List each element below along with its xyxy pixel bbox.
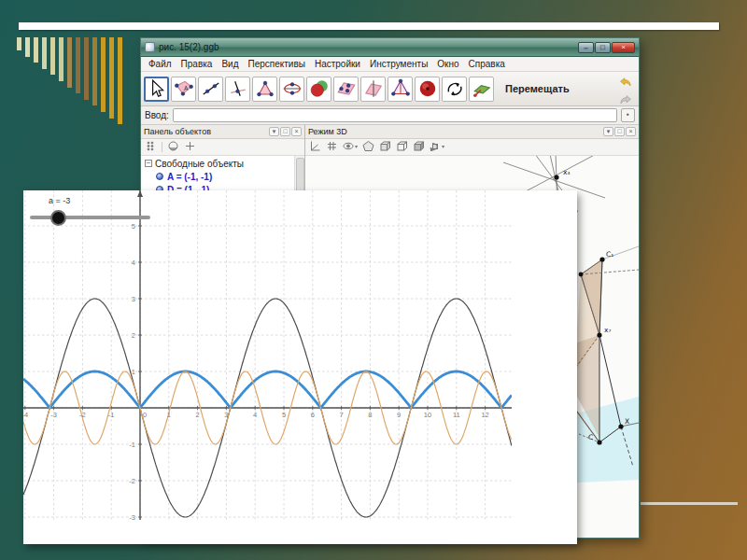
view3d-panel-title: Режим 3D	[308, 126, 602, 138]
window-controls: – □ ×	[578, 42, 635, 53]
svg-text:11: 11	[453, 411, 460, 419]
intersect-two-surfaces-tool[interactable]	[306, 77, 331, 102]
svg-text:2: 2	[196, 411, 200, 419]
geogebra-app-icon	[145, 42, 155, 52]
svg-text:5: 5	[132, 222, 135, 231]
svg-text:-2: -2	[79, 411, 86, 419]
input-help-button[interactable]: ▪	[621, 108, 635, 122]
decor-bar	[109, 37, 114, 119]
svg-text:-3: -3	[50, 411, 57, 419]
svg-text:5: 5	[282, 411, 286, 419]
slider-track[interactable]	[30, 216, 150, 219]
menu-item-4[interactable]: Перспективы	[243, 58, 309, 71]
decor-bar	[17, 37, 21, 50]
tree-item-label: A = (-1, -1)	[167, 172, 212, 182]
plane-through-points-tool[interactable]	[333, 77, 359, 102]
redo-icon[interactable]	[616, 91, 635, 107]
decor-bar	[50, 37, 55, 75]
move-tool[interactable]	[144, 77, 169, 102]
svg-text:A: A	[184, 85, 189, 91]
decor-bar	[25, 37, 30, 57]
svg-text:x₇: x₇	[604, 326, 611, 334]
slider-label: a = -3	[49, 196, 70, 205]
point-on-object-tool[interactable]: A	[171, 77, 196, 102]
tool-buttons: A	[144, 77, 496, 102]
decorative-bars	[17, 37, 126, 124]
decor-bar	[42, 37, 47, 69]
close-button[interactable]: ×	[612, 42, 635, 53]
decor-bar	[118, 37, 122, 124]
add-icon[interactable]	[184, 139, 196, 156]
undo-icon[interactable]	[616, 74, 635, 90]
svg-text:10: 10	[424, 411, 431, 419]
panel-detach-icon[interactable]: □	[614, 127, 625, 136]
menu-item-7[interactable]: Окно	[432, 58, 463, 71]
menu-item-1[interactable]: Файл	[144, 58, 176, 71]
decor-bar	[101, 37, 106, 112]
object-visibility-marble-icon[interactable]	[156, 173, 163, 180]
svg-text:-1: -1	[129, 441, 135, 449]
home-view-icon[interactable]	[362, 139, 374, 156]
collapse-node-icon[interactable]: −	[145, 160, 152, 167]
decor-bar	[34, 37, 38, 63]
perpendicular-line-tool[interactable]	[225, 77, 250, 102]
view-options-icon[interactable]: ▾	[343, 139, 358, 156]
decor-bar	[76, 37, 80, 93]
svg-text:3: 3	[132, 295, 135, 303]
cube-shaded-icon[interactable]	[413, 139, 425, 156]
maximize-button[interactable]: □	[595, 42, 611, 53]
svg-text:6: 6	[311, 411, 315, 419]
input-row: Ввод: ▪	[141, 106, 639, 125]
rotate-scene-icon[interactable]: ▾	[430, 139, 444, 156]
line-through-two-points-tool[interactable]	[198, 77, 223, 102]
menu-item-2[interactable]: Правка	[176, 58, 218, 71]
active-tool-label: Перемещать	[505, 83, 570, 94]
drag-handle-icon[interactable]	[145, 139, 157, 156]
panel-collapse-icon[interactable]: ▾	[269, 127, 279, 136]
rotate-3d-view-tool[interactable]	[442, 77, 467, 102]
panel-close-icon[interactable]: ×	[626, 127, 636, 136]
cube-solid-icon[interactable]	[379, 139, 391, 156]
minimize-button[interactable]: –	[578, 42, 594, 53]
svg-text:4: 4	[253, 411, 257, 419]
view3d-panel-header: Режим 3D ▾ □ ×	[305, 125, 639, 139]
menu-item-6[interactable]: Инструменты	[365, 58, 432, 71]
svg-text:0: 0	[143, 411, 147, 419]
decor-bar	[84, 37, 89, 100]
cube-wire-icon[interactable]	[396, 139, 408, 156]
circle-axis-point-tool[interactable]	[279, 77, 304, 102]
show-axes-icon[interactable]	[309, 139, 321, 156]
input-field[interactable]	[173, 108, 617, 122]
pyramid-tool[interactable]	[388, 77, 413, 102]
menu-item-5[interactable]: Настройки	[310, 58, 365, 71]
menu-bar: ФайлПравкаВидПерспективыНастройкиИнструм…	[141, 57, 639, 72]
objects-panel-title: Панель объектов	[144, 126, 268, 138]
sphere-tool[interactable]	[415, 77, 440, 102]
function-plot: -4-3-2-1012345678910111254321-1-2-3	[23, 190, 577, 544]
show-grid-icon[interactable]	[326, 139, 338, 156]
svg-text:C₁: C₁	[606, 250, 613, 259]
top-accent-bar	[19, 22, 719, 30]
panel-close-icon[interactable]: ×	[291, 127, 302, 136]
menu-item-3[interactable]: Вид	[217, 58, 243, 71]
panel-detach-icon[interactable]: □	[280, 127, 290, 136]
svg-text:3: 3	[224, 411, 228, 419]
window-titlebar[interactable]: рис. 15(2).ggb – □ ×	[141, 38, 639, 57]
perpendicular-plane-tool[interactable]	[360, 77, 386, 102]
auxiliary-objects-icon[interactable]	[167, 139, 179, 156]
tree-root-free-objects[interactable]: −Свободные объекты	[145, 158, 304, 169]
objects-panel-toolbar	[141, 139, 304, 156]
svg-text:9: 9	[397, 411, 401, 419]
menu-item-8[interactable]: Справка	[464, 58, 510, 71]
tree-item[interactable]: A = (-1, -1)	[156, 171, 304, 182]
svg-text:4: 4	[132, 259, 135, 267]
graph-overlay: -4-3-2-1012345678910111254321-1-2-3 a = …	[23, 190, 577, 544]
panel-collapse-icon[interactable]: ▾	[603, 127, 613, 136]
polygon-tool[interactable]	[252, 77, 277, 102]
input-label: Ввод:	[145, 110, 169, 120]
svg-text:2: 2	[132, 331, 135, 340]
svg-text:-4: -4	[23, 411, 28, 419]
svg-text:1: 1	[167, 411, 171, 419]
move-drawing-pad-tool[interactable]	[469, 77, 494, 102]
slider-knob[interactable]	[50, 210, 66, 226]
